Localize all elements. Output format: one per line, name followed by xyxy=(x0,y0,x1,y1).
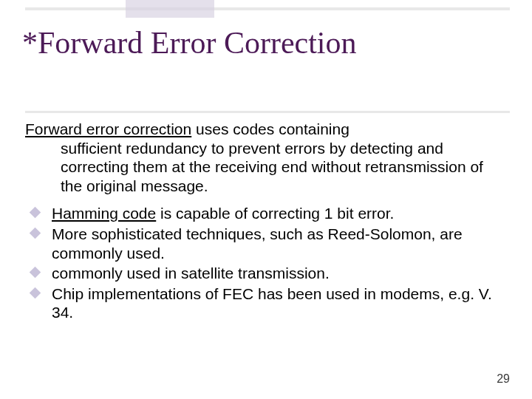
slide-title: *Forward Error Correction xyxy=(22,27,510,59)
intro-rest-line1: uses codes containing xyxy=(191,120,349,137)
page-number: 29 xyxy=(497,372,510,386)
bullet-text: More sophisticated techniques, such as R… xyxy=(52,225,463,262)
slide: *Forward Error Correction Forward error … xyxy=(0,0,532,399)
bullet-text: is capable of correcting 1 bit error. xyxy=(156,205,394,222)
bullet-text: Chip implementations of FEC has been use… xyxy=(52,285,492,321)
bullet-link[interactable]: Hamming code xyxy=(52,205,156,222)
title-underline xyxy=(25,111,510,113)
top-rule xyxy=(25,7,510,10)
list-item: More sophisticated techniques, such as R… xyxy=(31,225,502,262)
list-item: Chip implementations of FEC has been use… xyxy=(31,284,502,322)
list-item: Hamming code is capable of correcting 1 … xyxy=(31,204,502,223)
header-accent-bar xyxy=(126,0,214,18)
bullet-text: commonly used in satellite transmission. xyxy=(52,265,330,282)
intro-link[interactable]: Forward error correction xyxy=(25,120,191,137)
bullet-list: Hamming code is capable of correcting 1 … xyxy=(25,204,502,322)
slide-body: Forward error correction uses codes cont… xyxy=(25,120,502,324)
list-item: commonly used in satellite transmission. xyxy=(31,264,502,283)
intro-paragraph: Forward error correction uses codes cont… xyxy=(25,120,502,195)
intro-rest-wrapped: sufficient redundancy to prevent errors … xyxy=(25,139,502,196)
